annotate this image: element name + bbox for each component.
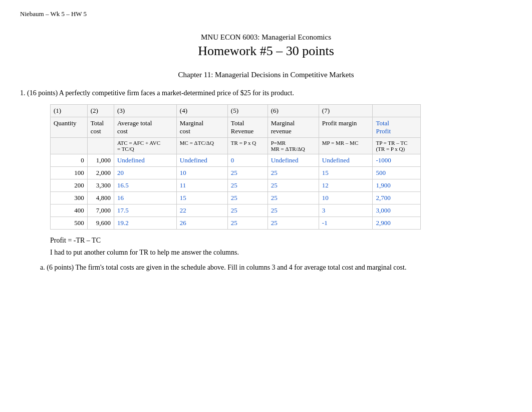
table-row: 200 3,300 16.5 11 25 25 12 1,900 [51,179,421,192]
table-row: 500 9,600 19.2 26 25 25 -1 2,900 [51,217,421,230]
col-2-num: (2) [87,105,114,117]
tr-note: I had to put another column for TR to he… [50,249,512,257]
col-3-formula: ATC = AFC + AVC= TC/Q [114,138,176,154]
header-label: Niebaum – Wk 5 – HW 5 [20,10,512,18]
title-top: MNU ECON 6003: Managerial Economics [20,33,512,42]
col-8-label: TotalProfit [373,117,421,138]
question-intro: 1. (16 points) A perfectly competitive f… [20,89,512,97]
col-6-label: Marginalrevenue [268,117,319,138]
table-row: 100 2,000 20 10 25 25 15 500 [51,167,421,179]
table-row: 300 4,800 16 15 25 25 10 2,700 [51,192,421,204]
chapter-title: Chapter 11: Managerial Decisions in Comp… [20,71,512,79]
table-row: 0 1,000 Undefined Undefined 0 Undefined … [51,154,421,167]
sub-question-a: a. (6 points) The firm's total costs are… [40,264,512,272]
title-main: Homework #5 – 30 points [20,44,512,59]
col-1-label: Quantity [51,117,88,138]
col-3-label: Average totalcost [114,117,176,138]
col-8-num [373,105,421,117]
col-8-formula: TP = TR – TC(TR = P x Q) [373,138,421,154]
col-1-num: (1) [51,105,88,117]
col-5-num: (5) [227,105,268,117]
header-row-2: Quantity Totalcost Average totalcost Mar… [51,117,421,138]
header-row-1: (1) (2) (3) (4) (5) (6) (7) [51,105,421,117]
col-7-label: Profit margin [319,117,373,138]
col-6-formula: P=MRMR = ΔTR/ΔQ [268,138,319,154]
col-4-label: Marginalcost [176,117,227,138]
table-row: 400 7,000 17.5 22 25 25 3 3,000 [51,204,421,217]
title-section: MNU ECON 6003: Managerial Economics Home… [20,33,512,59]
col-4-formula: MC = ΔTC/ΔQ [176,138,227,154]
col-7-formula: MP = MR – MC [319,138,373,154]
col-5-label: TotalRevenue [227,117,268,138]
profit-note: Profit = -TR – TC [50,237,512,245]
col-5-formula: TR = P x Q [227,138,268,154]
col-4-num: (4) [176,105,227,117]
col-3-num: (3) [114,105,176,117]
main-table: (1) (2) (3) (4) (5) (6) (7) Quantity Tot… [50,104,421,230]
col-6-num: (6) [268,105,319,117]
col-2-label: Totalcost [87,117,114,138]
header-row-formulas: ATC = AFC + AVC= TC/Q MC = ΔTC/ΔQ TR = P… [51,138,421,154]
col-7-num: (7) [319,105,373,117]
